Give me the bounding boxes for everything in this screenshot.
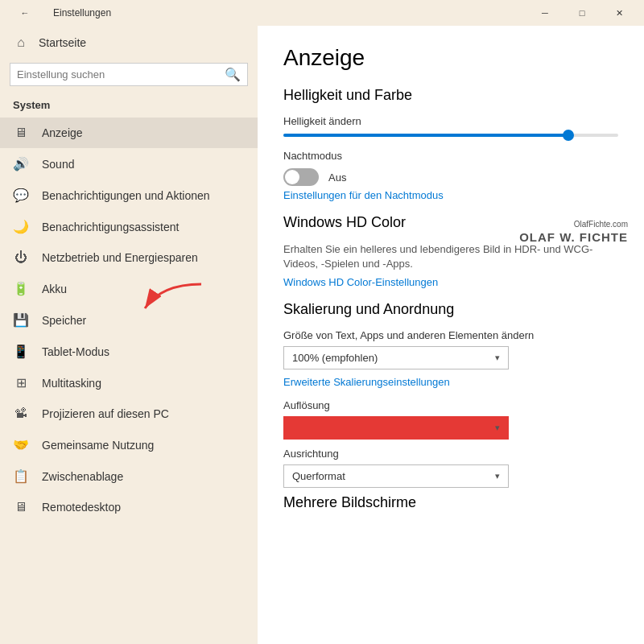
storage-icon: 💾: [13, 312, 29, 328]
close-button[interactable]: ✕: [601, 0, 638, 26]
remote-icon: 🖥: [13, 500, 29, 514]
sidebar-item-label: Netzbetrieb und Energiesparen: [42, 251, 198, 264]
toggle-knob: [285, 170, 299, 184]
sidebar-item-assistant[interactable]: 🌙 Benachrichtigungsassistent: [0, 211, 258, 242]
sidebar-home-label: Startseite: [39, 36, 86, 49]
sidebar-item-label: Gemeinsame Nutzung: [42, 439, 154, 452]
ausrichtung-value: Querformat: [292, 470, 345, 482]
sidebar-item-label: Projizieren auf diesen PC: [42, 407, 169, 420]
tablet-icon: 📱: [13, 344, 29, 359]
titlebar-title: Einstellungen: [53, 7, 111, 19]
project-icon: 📽: [13, 407, 29, 421]
battery-icon: 🔋: [13, 281, 29, 296]
sidebar-item-sharing[interactable]: 🤝 Gemeinsame Nutzung: [0, 429, 258, 460]
skalierung-heading: Skalierung und Anordnung: [283, 301, 618, 318]
sidebar-item-remote[interactable]: 🖥 Remotedesktop: [0, 492, 258, 522]
sidebar: ⌂ Startseite 🔍 System 🖥 Anzeige 🔊 Sound …: [0, 26, 258, 644]
sidebar-item-tablet[interactable]: 📱 Tablet-Modus: [0, 336, 258, 367]
sidebar-item-power[interactable]: ⏻ Netzbetrieb und Energiesparen: [0, 242, 258, 273]
ausrichtung-dropdown[interactable]: Querformat ▾: [283, 464, 509, 488]
groesse-value: 100% (empfohlen): [292, 352, 378, 364]
content-panel: OlafFichte.com OLAF W. FICHTE Anzeige He…: [258, 26, 644, 644]
sidebar-item-anzeige[interactable]: 🖥 Anzeige: [0, 118, 258, 148]
sidebar-item-sound[interactable]: 🔊 Sound: [0, 148, 258, 180]
sidebar-item-label: Speicher: [42, 314, 86, 327]
sidebar-item-battery[interactable]: 🔋 Akku: [0, 273, 258, 304]
aufloesung-arrow-icon: ▾: [495, 423, 500, 433]
sidebar-item-notifications[interactable]: 💬 Benachrichtigungen und Aktionen: [0, 180, 258, 211]
nachtmodus-label: Nachtmodus: [283, 150, 618, 162]
nachtmodus-link[interactable]: Einstellungen für den Nachtmodus: [283, 189, 618, 201]
sidebar-search-container[interactable]: 🔍: [10, 63, 248, 86]
groesse-dropdown[interactable]: 100% (empfohlen) ▾: [283, 346, 509, 369]
slider-thumb[interactable]: [563, 130, 574, 141]
sidebar-item-label: Tablet-Modus: [42, 345, 109, 358]
sound-icon: 🔊: [13, 156, 29, 171]
mehrere-heading: Mehrere Bildschirme: [283, 494, 618, 511]
brightness-slider-container[interactable]: [283, 134, 618, 137]
display-icon: 🖥: [13, 126, 29, 140]
windows-hd-heading: Windows HD Color: [283, 214, 618, 231]
sidebar-item-label: Anzeige: [42, 126, 83, 139]
home-icon: ⌂: [13, 35, 29, 50]
windows-hd-link[interactable]: Windows HD Color-Einstellungen: [283, 276, 618, 288]
search-icon: 🔍: [225, 67, 241, 82]
assistant-icon: 🌙: [13, 219, 29, 234]
sidebar-item-project[interactable]: 📽 Projizieren auf diesen PC: [0, 398, 258, 429]
sidebar-item-label: Multitasking: [42, 377, 101, 390]
erweiterte-link[interactable]: Erweiterte Skalierungseinstellungen: [283, 376, 618, 388]
aufloesung-value: [292, 422, 295, 434]
multitasking-icon: ⊞: [13, 375, 29, 390]
brightness-section-heading: Helligkeit und Farbe: [283, 87, 618, 104]
windows-hd-description: Erhalten Sie ein helleres und lebendiger…: [283, 242, 618, 271]
sidebar-item-label: Benachrichtigungsassistent: [42, 221, 179, 233]
sidebar-item-label: Sound: [42, 158, 74, 171]
search-input[interactable]: [17, 68, 218, 80]
brightness-label: Helligkeit ändern: [283, 115, 618, 127]
sharing-icon: 🤝: [13, 437, 29, 452]
aufloesung-dropdown[interactable]: ▾: [283, 416, 509, 440]
sidebar-item-label: Akku: [42, 283, 67, 295]
back-button[interactable]: ←: [6, 0, 43, 26]
ausrichtung-label: Ausrichtung: [283, 448, 618, 460]
nachtmodus-state: Aus: [328, 171, 346, 184]
sidebar-item-clipboard[interactable]: 📋 Zwischenablage: [0, 460, 258, 492]
sidebar-section-label: System: [0, 96, 258, 118]
slider-fill: [283, 134, 568, 137]
notifications-icon: 💬: [13, 188, 29, 203]
sidebar-item-label: Benachrichtigungen und Aktionen: [42, 189, 210, 202]
clipboard-icon: 📋: [13, 469, 29, 484]
sidebar-home[interactable]: ⌂ Startseite: [0, 26, 258, 60]
minimize-button[interactable]: ─: [526, 0, 564, 26]
sidebar-item-label: Remotedesktop: [42, 501, 121, 514]
restore-button[interactable]: □: [564, 0, 601, 26]
titlebar-left: ← Einstellungen: [6, 0, 111, 26]
ausrichtung-arrow-icon: ▾: [495, 471, 500, 481]
sidebar-item-storage[interactable]: 💾 Speicher: [0, 304, 258, 336]
titlebar-controls: ─ □ ✕: [526, 0, 638, 26]
nachtmodus-toggle[interactable]: [283, 168, 319, 186]
sidebar-item-label: Zwischenablage: [42, 470, 123, 483]
groesse-arrow-icon: ▾: [495, 353, 500, 363]
sidebar-item-multitasking[interactable]: ⊞ Multitasking: [0, 367, 258, 398]
main-layout: ⌂ Startseite 🔍 System 🖥 Anzeige 🔊 Sound …: [0, 26, 644, 644]
power-icon: ⏻: [13, 250, 29, 265]
slider-track[interactable]: [283, 134, 618, 137]
page-title: Anzeige: [283, 45, 618, 71]
groesse-label: Größe von Text, Apps und anderen Element…: [283, 329, 618, 341]
titlebar: ← Einstellungen ─ □ ✕: [0, 0, 644, 26]
nachtmodus-row: Aus: [283, 168, 618, 186]
aufloesung-label: Auflösung: [283, 399, 618, 411]
